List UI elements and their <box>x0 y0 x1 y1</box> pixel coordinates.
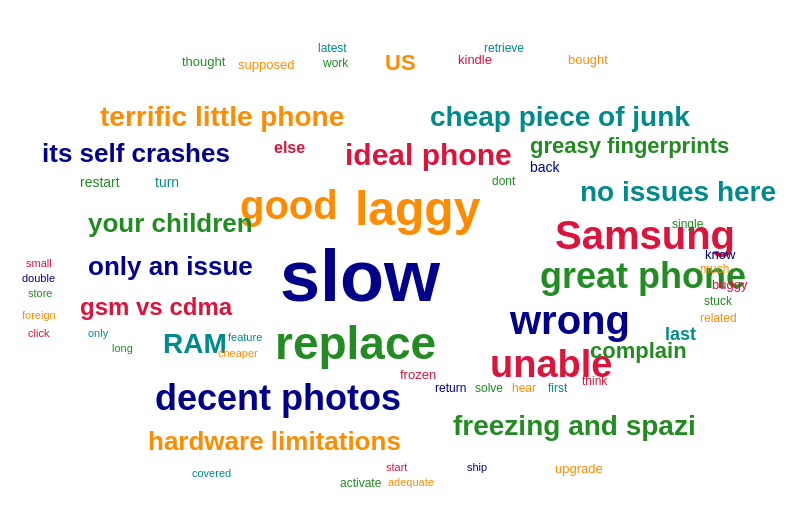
word-item: click <box>28 328 49 339</box>
word-item: last <box>665 325 696 343</box>
word-item: back <box>530 160 560 174</box>
word-item: its self crashes <box>42 140 230 166</box>
word-item: small <box>26 258 52 269</box>
word-item: feature <box>228 332 262 343</box>
word-item: dont <box>492 175 515 187</box>
word-item: cheap piece of junk <box>430 103 690 131</box>
word-item: single <box>672 218 703 230</box>
word-item: double <box>22 273 55 284</box>
word-item: latest <box>318 42 347 54</box>
word-item: US <box>385 52 416 74</box>
word-item: hardware limitations <box>148 428 401 454</box>
word-item: thought <box>182 55 225 68</box>
word-item: hear <box>512 382 536 394</box>
word-item: only an issue <box>88 253 253 279</box>
word-item: covered <box>192 468 231 479</box>
word-item: retrieve <box>484 42 524 54</box>
word-item: start <box>386 462 407 473</box>
word-item: laggy <box>355 185 480 233</box>
word-item: think <box>582 375 607 387</box>
word-item: replace <box>275 320 436 366</box>
word-item: gsm vs cdma <box>80 295 232 319</box>
word-item: cheaper <box>218 348 258 359</box>
word-item: else <box>274 140 305 156</box>
word-item: return <box>435 382 466 394</box>
word-item: only <box>88 328 108 339</box>
word-item: upgrade <box>555 462 603 475</box>
word-item: first <box>548 382 567 394</box>
word-item: activate <box>340 477 381 489</box>
word-item: wrong <box>510 300 630 340</box>
word-item: know <box>705 248 735 261</box>
word-item: stuck <box>704 295 732 307</box>
word-item: frozen <box>400 368 436 381</box>
word-item: buggy <box>712 278 747 291</box>
word-item: restart <box>80 175 120 189</box>
word-item: work <box>323 57 348 69</box>
word-item: slow <box>280 240 440 312</box>
word-item: greasy fingerprints <box>530 135 729 157</box>
word-item: adequate <box>388 477 434 488</box>
word-cloud: slowlaggyreplaceSamsunggreat phonewrongu… <box>0 0 800 530</box>
word-item: ship <box>467 462 487 473</box>
word-item: good <box>240 185 338 225</box>
word-item: bought <box>568 53 608 66</box>
word-item: ideal phone <box>345 140 512 170</box>
word-item: freezing and spazi <box>453 412 696 440</box>
word-item: related <box>700 312 737 324</box>
word-item: solve <box>475 382 503 394</box>
word-item: long <box>112 343 133 354</box>
word-item: foreign <box>22 310 56 321</box>
word-item: store <box>28 288 52 299</box>
word-item: your children <box>88 210 253 236</box>
word-item: turn <box>155 175 179 189</box>
word-item: supposed <box>238 58 294 71</box>
word-item: much <box>700 263 729 275</box>
word-item: terrific little phone <box>100 103 344 131</box>
word-item: decent photos <box>155 380 401 416</box>
word-item: no issues here <box>580 178 776 206</box>
